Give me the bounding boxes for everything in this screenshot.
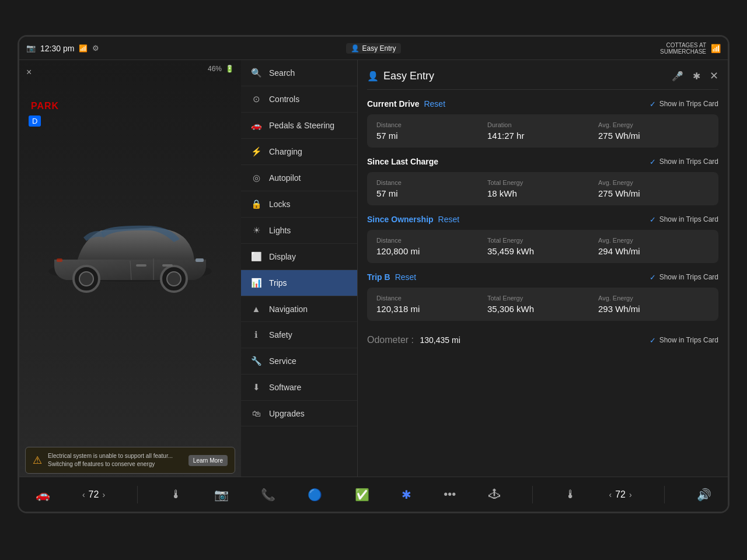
camera-button[interactable]: 📷 <box>214 488 229 502</box>
sidebar-item-pedals[interactable]: 🚗 Pedals & Steering <box>241 113 357 139</box>
checkmark-button[interactable]: ✅ <box>355 488 369 502</box>
time-display: 12:30 pm <box>40 44 74 53</box>
sidebar-item-label-safety: Safety <box>269 330 292 340</box>
trip-stats-currentDrive: Distance 57 mi Duration 141:27 hr Avg. E… <box>376 121 709 141</box>
section-currentDrive: Current DriveReset ✓Show in Trips Card D… <box>367 99 718 148</box>
check-icon-sinceOwnership: ✓ <box>650 215 656 224</box>
stat-sinceLastCharge-total-energy: Total Energy 18 kWh <box>487 179 598 198</box>
trip-card-currentDrive: Distance 57 mi Duration 141:27 hr Avg. E… <box>367 114 718 148</box>
sidebar-item-label-navigation: Navigation <box>269 304 308 314</box>
nav-icon: 🕹 <box>488 488 500 501</box>
phone-icon: 📞 <box>261 488 275 502</box>
temp-decrease-right[interactable]: ‹ <box>609 490 612 499</box>
sidebar-item-lights[interactable]: ☀ Lights <box>241 218 357 244</box>
trip-card-sinceOwnership: Distance 120,800 mi Total Energy 35,459 … <box>367 230 718 263</box>
navigation-icon: ▲ <box>250 304 262 314</box>
header-actions: 🎤 ✱ ✕ <box>672 69 718 82</box>
heated-seat-icon: 🌡 <box>170 488 182 501</box>
bluetooth-icon[interactable]: ✱ <box>693 71 700 82</box>
section-title-currentDrive: Current DriveReset <box>367 99 445 108</box>
check-bottom-icon: ✅ <box>355 488 369 502</box>
check-icon-tripB: ✓ <box>650 273 656 282</box>
check-icon-currentDrive: ✓ <box>650 100 656 108</box>
sidebar-item-label-upgrades: Upgrades <box>269 409 305 418</box>
learn-more-button[interactable]: Learn More <box>189 455 228 466</box>
reset-sinceOwnership[interactable]: Reset <box>438 215 460 224</box>
safety-icon: ℹ <box>250 330 262 340</box>
volume-button[interactable]: 🔊 <box>697 488 711 502</box>
temp-increase-left[interactable]: › <box>102 490 105 499</box>
temp-increase-right[interactable]: › <box>629 490 632 499</box>
volume-icon: 🔊 <box>697 488 711 502</box>
section-sinceLastCharge: Since Last Charge ✓Show in Trips Card Di… <box>367 157 718 205</box>
sections-container: Current DriveReset ✓Show in Trips Card D… <box>367 99 718 321</box>
battery-icon: 🔋 <box>225 65 234 73</box>
menu-items-list: 🔍 Search ⊙ Controls 🚗 Pedals & Steering … <box>241 60 357 426</box>
more-button[interactable]: ••• <box>444 488 456 501</box>
nav-destination: COTTAGES AT SUMMERCHASE <box>660 42 706 55</box>
sidebar-item-label-search: Search <box>269 68 295 78</box>
media-icon-bottom: 🔵 <box>308 488 322 502</box>
close-button[interactable]: × <box>26 67 32 78</box>
warning-banner: ⚠ Electrical system is unable to support… <box>25 447 235 474</box>
reset-tripB[interactable]: Reset <box>395 272 417 282</box>
sidebar-item-trips[interactable]: 📊 Trips <box>241 270 357 296</box>
stat-tripB-avg.-energy: Avg. Energy 293 Wh/mi <box>598 295 709 314</box>
temp-value-right: 72 <box>615 489 626 500</box>
panel-close-button[interactable]: ✕ <box>710 69 718 82</box>
section-header-sinceOwnership: Since OwnershipReset ✓Show in Trips Card <box>367 215 718 224</box>
section-header-tripB: Trip BReset ✓Show in Trips Card <box>367 272 718 282</box>
temp-decrease-left[interactable]: ‹ <box>82 490 85 499</box>
service-icon: 🔧 <box>250 356 262 366</box>
autopilot-icon: ◎ <box>250 173 262 183</box>
stat-tripB-distance: Distance 120,318 mi <box>376 295 487 314</box>
content-panel: 👤 Easy Entry 🎤 ✱ ✕ Current DriveReset ✓S… <box>358 60 728 477</box>
right-heated-seat-button[interactable]: 🌡 <box>565 488 577 501</box>
odometer-show-trips: ✓ Show in Trips Card <box>650 336 718 345</box>
sidebar-item-upgrades[interactable]: 🛍 Upgrades <box>241 401 357 426</box>
section-sinceOwnership: Since OwnershipReset ✓Show in Trips Card… <box>367 215 718 263</box>
camera-icon[interactable]: 📷 <box>26 44 36 52</box>
sidebar-item-autopilot[interactable]: ◎ Autopilot <box>241 165 357 191</box>
odometer-label: Odometer : <box>367 335 414 345</box>
reset-currentDrive[interactable]: Reset <box>424 99 445 108</box>
warning-icon: ⚠ <box>33 454 42 467</box>
person-icon: 👤 <box>351 44 359 52</box>
sidebar-item-display[interactable]: ⬜ Display <box>241 244 357 270</box>
media-button[interactable]: 🔵 <box>308 488 322 502</box>
sidebar-item-navigation[interactable]: ▲ Navigation <box>241 296 357 322</box>
stat-sinceLastCharge-avg.-energy: Avg. Energy 275 Wh/mi <box>598 179 709 198</box>
microphone-icon[interactable]: 🎤 <box>672 71 683 82</box>
check-icon: ✓ <box>650 336 656 345</box>
show-trips-sinceOwnership: ✓Show in Trips Card <box>650 215 718 224</box>
car-icon: 🚗 <box>36 488 50 502</box>
car-image-area <box>19 89 241 407</box>
show-trips-sinceLastCharge: ✓Show in Trips Card <box>650 158 718 166</box>
battery-percent: 46% <box>208 65 222 73</box>
odometer-row: Odometer : 130,435 mi ✓ Show in Trips Ca… <box>367 330 718 350</box>
sidebar-item-label-display: Display <box>269 252 296 261</box>
nav-button[interactable]: 🕹 <box>488 488 500 501</box>
status-left: 📷 12:30 pm 📶 ⚙ <box>19 44 241 53</box>
status-bar: 📷 12:30 pm 📶 ⚙ 👤 Easy Entry COTTAGES AT … <box>19 37 728 60</box>
warning-text: Electrical system is unable to support a… <box>48 452 183 468</box>
check-icon-sinceLastCharge: ✓ <box>650 158 656 166</box>
trip-stats-sinceLastCharge: Distance 57 mi Total Energy 18 kWh Avg. … <box>376 179 709 198</box>
sidebar-item-software[interactable]: ⬇ Software <box>241 374 357 401</box>
phone-button[interactable]: 📞 <box>261 488 275 502</box>
more-icon: ••• <box>444 488 456 501</box>
bottom-car-button[interactable]: 🚗 <box>36 488 50 502</box>
sidebar-item-search[interactable]: 🔍 Search <box>241 60 357 86</box>
section-header-currentDrive: Current DriveReset ✓Show in Trips Card <box>367 99 718 108</box>
sidebar-item-locks[interactable]: 🔒 Locks <box>241 191 357 218</box>
sidebar-item-charging[interactable]: ⚡ Charging <box>241 139 357 165</box>
locks-icon: 🔒 <box>250 199 262 209</box>
stat-sinceOwnership-avg.-energy: Avg. Energy 294 Wh/mi <box>598 237 709 256</box>
sidebar-item-controls[interactable]: ⊙ Controls <box>241 86 357 113</box>
settings-icon[interactable]: ⚙ <box>92 44 99 52</box>
heated-seat-button[interactable]: 🌡 <box>170 488 182 501</box>
bluetooth-bottom-button[interactable]: ✱ <box>402 488 411 502</box>
sidebar-item-service[interactable]: 🔧 Service <box>241 348 357 374</box>
right-temp-control: ‹ 72 › <box>609 489 631 500</box>
sidebar-item-safety[interactable]: ℹ Safety <box>241 322 357 348</box>
